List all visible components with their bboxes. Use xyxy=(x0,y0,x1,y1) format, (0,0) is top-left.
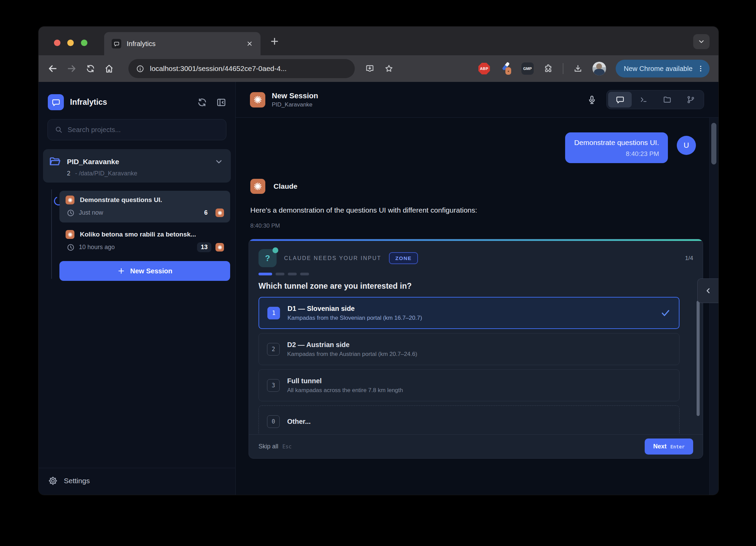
microphone-icon[interactable] xyxy=(587,95,597,105)
user-message-text: Demonstrate questions UI. xyxy=(574,139,659,147)
browser-profile-avatar[interactable] xyxy=(592,62,606,75)
session-item-active[interactable]: Demonstrate questions UI. Just now 6 xyxy=(59,191,230,222)
view-switcher xyxy=(606,90,704,109)
tab-git-view[interactable] xyxy=(679,92,702,107)
progress-segment xyxy=(300,273,309,275)
tab-chat-view[interactable] xyxy=(608,92,632,107)
clock-icon xyxy=(67,209,75,217)
option-key-badge: 1 xyxy=(267,307,280,319)
new-tab-button[interactable] xyxy=(269,36,280,46)
tab-terminal-view[interactable] xyxy=(632,92,655,107)
project-card[interactable]: PID_Karavanke 2 - /data/PID_Karavanke xyxy=(43,149,231,183)
browser-tab[interactable]: Infralytics xyxy=(104,32,261,55)
search-icon xyxy=(55,126,63,134)
session-header-subtitle: PID_Karavanke xyxy=(272,101,318,108)
progress-segment xyxy=(288,273,297,275)
adblock-extension-icon[interactable]: ABP xyxy=(478,63,490,74)
skip-all-button[interactable]: Skip all xyxy=(258,443,278,450)
settings-button[interactable]: Settings xyxy=(39,468,235,495)
question-tag-badge: ZONE xyxy=(389,252,418,264)
claude-burst-icon xyxy=(66,230,74,239)
next-key-hint: Enter xyxy=(670,444,685,449)
downloads-icon[interactable] xyxy=(573,64,583,74)
url-text: localhost:3001/session/44652ce7-0aed-4..… xyxy=(150,64,286,73)
chrome-update-button[interactable]: New Chrome available xyxy=(616,60,710,77)
tab-files-view[interactable] xyxy=(655,92,679,107)
options-list: 1 D1 — Slovenian side Kampadas from the … xyxy=(258,297,693,434)
session-list: Demonstrate questions UI. Just now 6 Ko xyxy=(39,188,235,281)
progress-segment xyxy=(276,273,284,275)
chevron-down-icon[interactable] xyxy=(214,157,223,166)
chat-scroll-area[interactable]: Demonstrate questions UI. 8:40:23 PM U C… xyxy=(236,118,718,495)
option-key-badge: 0 xyxy=(267,415,280,428)
folder-open-icon xyxy=(48,155,61,168)
chrome-update-label: New Chrome available xyxy=(624,65,692,73)
extensions-puzzle-icon[interactable] xyxy=(543,64,553,74)
option-d2-austrian-side[interactable]: 2 D2 — Austrian side Kampadas from the A… xyxy=(258,333,680,365)
option-full-tunnel[interactable]: 3 Full tunnel All kampadas across the en… xyxy=(258,369,680,401)
project-search[interactable] xyxy=(47,119,226,140)
option-key-badge: 2 xyxy=(267,343,280,356)
project-name: PID_Karavanke xyxy=(67,158,209,166)
brush-extension-icon[interactable] xyxy=(500,62,512,75)
browser-menu-icon[interactable] xyxy=(697,64,705,73)
option-description: Kampadas from the Slovenian portal (km 1… xyxy=(288,315,422,321)
traffic-maximize-button[interactable] xyxy=(81,40,87,46)
question-text: Which tunnel zone are you interested in? xyxy=(258,282,693,291)
option-key-badge: 3 xyxy=(267,379,280,392)
question-counter: 1/4 xyxy=(685,255,693,262)
claude-burst-icon xyxy=(66,196,74,204)
traffic-close-button[interactable] xyxy=(54,40,60,46)
gmp-extension-icon[interactable]: GMP xyxy=(521,62,534,75)
site-info-icon[interactable] xyxy=(136,64,144,73)
session-title: Demonstrate questions UI. xyxy=(80,196,162,204)
session-message-count: 13 xyxy=(197,242,211,252)
toolbar-divider xyxy=(563,63,563,74)
skip-key-hint: Esc xyxy=(282,444,292,450)
home-button[interactable] xyxy=(104,64,114,74)
expand-side-panel-button[interactable] xyxy=(697,278,718,303)
claude-avatar-burst-icon xyxy=(250,179,265,194)
desktop: Infralytics localhost:3001/session/44652… xyxy=(0,0,756,546)
user-message-bubble: Demonstrate questions UI. 8:40:23 PM xyxy=(565,132,668,163)
tab-favicon-chat-icon xyxy=(112,39,121,48)
back-button[interactable] xyxy=(47,63,58,74)
collapse-sidebar-icon[interactable] xyxy=(216,97,226,107)
claude-burst-icon xyxy=(215,209,224,217)
assistant-message-time: 8:40:30 PM xyxy=(250,222,718,229)
reload-button[interactable] xyxy=(86,64,95,73)
tab-title: Infralytics xyxy=(127,40,241,48)
option-other[interactable]: 0 Other... xyxy=(258,405,680,434)
search-input[interactable] xyxy=(68,126,219,134)
browser-toolbar: localhost:3001/session/44652ce7-0aed-4..… xyxy=(39,55,718,82)
gear-icon xyxy=(48,476,58,486)
new-session-label: New Session xyxy=(130,267,172,275)
sidebar: Infralytics PID_Karavanke xyxy=(39,82,236,495)
tab-close-icon[interactable] xyxy=(246,40,253,47)
traffic-minimize-button[interactable] xyxy=(67,40,74,46)
main-panel: New Session PID_Karavanke xyxy=(236,82,718,495)
option-title: Other... xyxy=(287,418,311,426)
install-app-icon[interactable] xyxy=(365,64,375,73)
option-title: Full tunnel xyxy=(287,377,403,385)
address-bar[interactable]: localhost:3001/session/44652ce7-0aed-4..… xyxy=(128,59,355,78)
options-scrollbar-thumb[interactable] xyxy=(697,301,700,416)
notification-dot xyxy=(272,247,278,253)
next-button[interactable]: Next Enter xyxy=(645,439,693,455)
session-item[interactable]: Koliko betona smo rabili za betonsk... 1… xyxy=(59,225,230,257)
question-progress xyxy=(258,273,693,275)
tab-strip: Infralytics xyxy=(39,27,718,55)
session-title: Koliko betona smo rabili za betonsk... xyxy=(80,231,196,238)
refresh-projects-icon[interactable] xyxy=(197,97,207,107)
tab-search-button[interactable] xyxy=(693,34,710,49)
user-message-time: 8:40:23 PM xyxy=(574,150,659,158)
input-needed-kicker: CLAUDE NEEDS YOUR INPUT xyxy=(284,255,381,261)
new-session-button[interactable]: New Session xyxy=(59,261,230,281)
check-icon xyxy=(660,308,671,318)
forward-button[interactable] xyxy=(67,63,77,74)
question-card: ? CLAUDE NEEDS YOUR INPUT ZONE 1/4 xyxy=(249,239,703,459)
chat-scrollbar-thumb[interactable] xyxy=(711,123,716,164)
clock-icon xyxy=(67,243,75,252)
option-d1-slovenian-side[interactable]: 1 D1 — Slovenian side Kampadas from the … xyxy=(258,297,680,329)
bookmark-star-icon[interactable] xyxy=(384,64,394,73)
